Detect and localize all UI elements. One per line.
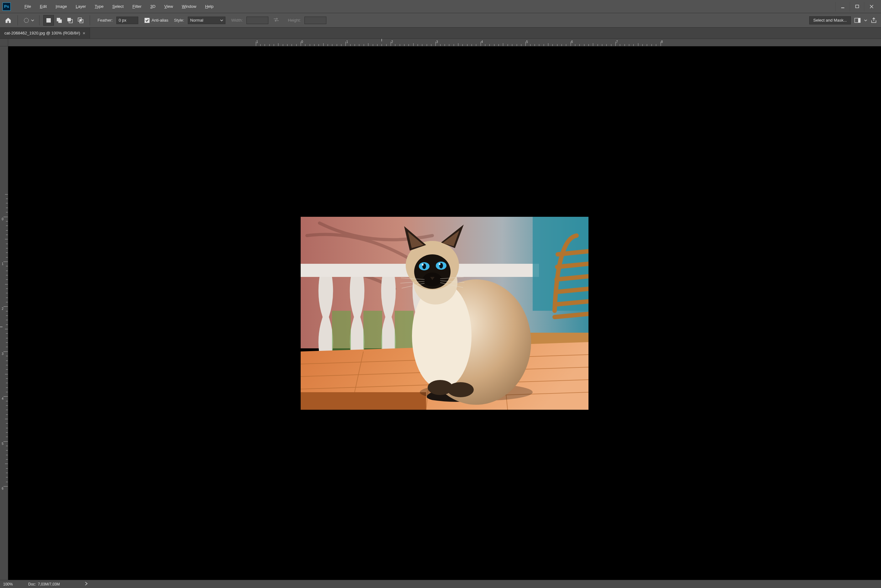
width-input bbox=[247, 16, 268, 24]
svg-rect-5 bbox=[47, 18, 51, 22]
current-tool-preview[interactable] bbox=[22, 16, 35, 25]
selection-mode-group bbox=[43, 15, 86, 26]
menu-edit[interactable]: Edit bbox=[35, 3, 51, 10]
select-and-mask-button[interactable]: Select and Mask... bbox=[809, 16, 851, 24]
menu-help[interactable]: Help bbox=[201, 3, 218, 10]
svg-rect-18 bbox=[363, 311, 382, 355]
svg-rect-7 bbox=[58, 20, 62, 23]
status-bar: 100% Doc: 7,03M/7,03M bbox=[0, 580, 881, 588]
select-and-mask-label: Select and Mask... bbox=[813, 18, 847, 22]
antialias-checkbox[interactable]: Anti-alias bbox=[144, 18, 168, 23]
menu-file[interactable]: File bbox=[20, 3, 35, 10]
style-value: Normal bbox=[190, 18, 203, 22]
home-button[interactable] bbox=[3, 15, 14, 26]
workspace-switcher-button[interactable] bbox=[853, 16, 862, 24]
width-label: Width: bbox=[231, 18, 243, 22]
antialias-label: Anti-alias bbox=[152, 18, 168, 22]
zoom-level[interactable]: 100% bbox=[3, 582, 22, 586]
svg-point-48 bbox=[422, 264, 424, 266]
height-label: Height: bbox=[288, 18, 301, 22]
svg-point-49 bbox=[439, 263, 440, 265]
workspace-icon bbox=[854, 18, 861, 23]
menu-window[interactable]: Window bbox=[177, 3, 201, 10]
menu-select[interactable]: Select bbox=[108, 3, 128, 10]
chevron-down-icon[interactable] bbox=[864, 19, 867, 22]
svg-point-4 bbox=[24, 18, 29, 22]
document-tab[interactable]: cat-2068462_1920.jpg @ 100% (RGB/8#) × bbox=[0, 28, 90, 39]
divider bbox=[18, 15, 18, 26]
window-maximize-button[interactable] bbox=[849, 2, 864, 11]
svg-rect-12 bbox=[80, 20, 81, 21]
document-image-content bbox=[301, 217, 588, 410]
selection-new-icon bbox=[45, 17, 52, 24]
menu-3d[interactable]: 3D bbox=[146, 3, 160, 10]
share-button[interactable] bbox=[869, 16, 878, 24]
svg-rect-14 bbox=[858, 18, 860, 22]
menu-type[interactable]: Type bbox=[90, 3, 108, 10]
document-tabs: cat-2068462_1920.jpg @ 100% (RGB/8#) × bbox=[0, 28, 881, 39]
selection-subtract-icon bbox=[66, 17, 74, 24]
ruler-horizontal[interactable]: 1012345678 bbox=[8, 39, 881, 46]
chevron-right-icon bbox=[85, 582, 87, 585]
chevron-down-icon bbox=[220, 19, 223, 22]
svg-line-25 bbox=[555, 302, 588, 304]
menu-items: File Edit Image Layer Type Select Filter… bbox=[20, 3, 218, 10]
document-info[interactable]: Doc: 7,03M/7,03M bbox=[28, 582, 60, 586]
window-minimize-button[interactable] bbox=[835, 2, 849, 11]
maximize-icon bbox=[855, 4, 859, 9]
divider bbox=[90, 15, 90, 26]
app-logo-text: Ps bbox=[4, 4, 9, 9]
feather-value: 0 px bbox=[119, 18, 126, 22]
selection-new-button[interactable] bbox=[43, 15, 54, 26]
share-icon bbox=[870, 17, 877, 24]
selection-add-button[interactable] bbox=[54, 15, 65, 26]
divider bbox=[39, 15, 39, 26]
svg-rect-17 bbox=[332, 311, 351, 355]
feather-input[interactable]: 0 px bbox=[116, 16, 138, 24]
style-select[interactable]: Normal bbox=[188, 16, 226, 24]
svg-point-57 bbox=[447, 382, 474, 397]
menu-filter[interactable]: Filter bbox=[128, 3, 146, 10]
doc-info-size: 7,03M/7,03M bbox=[38, 582, 60, 586]
feather-label: Feather: bbox=[98, 18, 113, 22]
svg-line-24 bbox=[556, 289, 588, 292]
app-logo[interactable]: Ps bbox=[3, 3, 11, 10]
home-icon bbox=[5, 17, 12, 24]
workspace: 1012345678 0123456 bbox=[0, 39, 881, 580]
swap-icon bbox=[274, 18, 279, 22]
ruler-vertical[interactable]: 0123456 bbox=[0, 46, 8, 580]
menu-view[interactable]: View bbox=[160, 3, 177, 10]
ellipse-marquee-icon bbox=[23, 17, 30, 24]
height-input bbox=[304, 16, 326, 24]
svg-rect-36 bbox=[301, 392, 426, 410]
doc-info-label: Doc: bbox=[28, 582, 36, 586]
close-icon bbox=[869, 4, 874, 9]
svg-line-23 bbox=[556, 276, 588, 279]
selection-add-icon bbox=[56, 17, 63, 24]
svg-line-22 bbox=[557, 264, 588, 267]
selection-intersect-button[interactable] bbox=[75, 15, 86, 26]
tab-close-button[interactable]: × bbox=[83, 31, 86, 35]
minimize-icon bbox=[840, 4, 845, 9]
chevron-down-icon bbox=[31, 19, 34, 22]
options-bar: Feather: 0 px Anti-alias Style: Normal W… bbox=[0, 13, 881, 28]
svg-line-26 bbox=[555, 314, 588, 317]
ruler-corner[interactable] bbox=[0, 39, 8, 46]
style-label: Style: bbox=[174, 18, 184, 22]
checkbox-icon bbox=[144, 18, 150, 23]
menu-layer[interactable]: Layer bbox=[72, 3, 90, 10]
selection-intersect-icon bbox=[77, 17, 84, 24]
canvas-area[interactable] bbox=[8, 46, 881, 580]
selection-subtract-button[interactable] bbox=[65, 15, 75, 26]
menu-image[interactable]: Image bbox=[51, 3, 71, 10]
document-tab-title: cat-2068462_1920.jpg @ 100% (RGB/8#) bbox=[5, 31, 80, 35]
menu-bar: Ps File Edit Image Layer Type Select Fil… bbox=[0, 0, 881, 13]
window-close-button[interactable] bbox=[864, 2, 878, 11]
window-controls bbox=[835, 2, 878, 11]
status-more-button[interactable] bbox=[85, 582, 87, 586]
swap-dimensions-button bbox=[274, 18, 279, 23]
svg-line-21 bbox=[558, 251, 588, 254]
document-image[interactable] bbox=[301, 217, 588, 410]
svg-rect-1 bbox=[855, 5, 859, 8]
